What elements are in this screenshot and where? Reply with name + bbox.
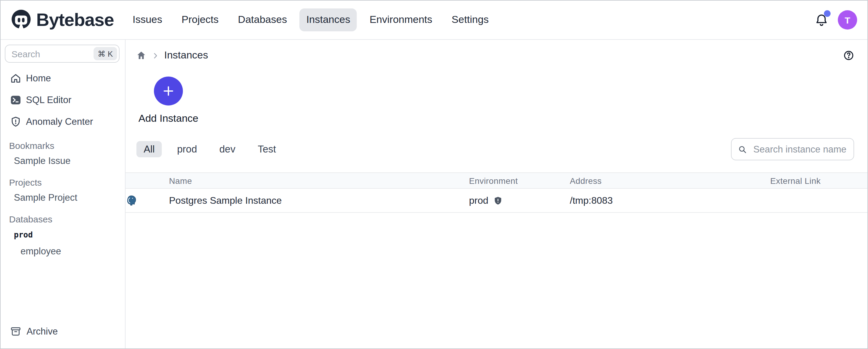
add-instance-label: Add Instance bbox=[138, 113, 198, 125]
chevron-right-icon bbox=[152, 51, 159, 59]
user-avatar[interactable]: T bbox=[838, 10, 857, 30]
breadcrumb-home-icon[interactable] bbox=[136, 50, 147, 61]
topbar-right: T bbox=[814, 10, 867, 30]
sidebar-section-projects: Projects Sample Project bbox=[5, 175, 120, 206]
col-name: Name bbox=[169, 173, 469, 188]
sidebar-item-label: SQL Editor bbox=[26, 95, 71, 105]
engine-cell bbox=[126, 188, 169, 212]
avatar-letter: T bbox=[845, 15, 850, 25]
sidebar-section-databases: Databases prod employee bbox=[5, 212, 120, 260]
filter-tab-dev[interactable]: dev bbox=[212, 141, 243, 157]
sidebar-item-archive[interactable]: Archive bbox=[5, 319, 120, 344]
instances-table: Name Environment Address External Link bbox=[126, 172, 867, 213]
environment-filter-tabs: All prod dev Test bbox=[136, 141, 283, 157]
terminal-icon bbox=[10, 94, 22, 106]
sidebar-item-env-prod[interactable]: prod bbox=[5, 226, 120, 243]
app-window: Bytebase Issues Projects Databases Insta… bbox=[0, 0, 868, 349]
sidebar-search: ⌘ K bbox=[5, 45, 120, 63]
nav-item-instances[interactable]: Instances bbox=[300, 8, 357, 31]
external-link-cell bbox=[770, 188, 867, 212]
col-external-link: External Link bbox=[770, 173, 867, 188]
protected-shield-icon bbox=[493, 196, 503, 205]
sidebar-item-db-employee[interactable]: employee bbox=[5, 243, 120, 260]
environment-name: prod bbox=[469, 195, 488, 206]
instance-name[interactable]: Postgres Sample Instance bbox=[169, 188, 469, 212]
notification-dot bbox=[824, 10, 831, 17]
brand-logo[interactable]: Bytebase bbox=[10, 9, 114, 31]
instance-search-box bbox=[731, 138, 854, 160]
sidebar-section-bookmarks: Bookmarks Sample Issue bbox=[5, 138, 120, 169]
add-instance-block: Add Instance bbox=[140, 76, 197, 125]
archive-icon bbox=[10, 325, 22, 338]
address-cell: /tmp:8083 bbox=[570, 188, 770, 212]
col-address: Address bbox=[570, 173, 770, 188]
top-navigation-bar: Bytebase Issues Projects Databases Insta… bbox=[1, 1, 867, 40]
add-instance-button[interactable] bbox=[154, 76, 183, 105]
section-header: Bookmarks bbox=[5, 138, 120, 152]
environment-cell: prod bbox=[469, 188, 570, 212]
section-header: Projects bbox=[5, 175, 120, 189]
sidebar-item-label: Anomaly Center bbox=[26, 116, 93, 127]
col-engine bbox=[126, 173, 169, 188]
bytebase-mascot-icon bbox=[10, 9, 32, 31]
table-row[interactable]: Postgres Sample Instance prod bbox=[126, 188, 867, 212]
filter-row: All prod dev Test bbox=[136, 138, 854, 160]
postgresql-icon bbox=[126, 195, 137, 206]
section-header: Databases bbox=[5, 212, 120, 226]
breadcrumb-current: Instances bbox=[164, 49, 208, 62]
sidebar-nav-list: Home SQL Editor Anomal bbox=[5, 68, 120, 133]
sidebar: ⌘ K Home SQL Editor bbox=[1, 40, 126, 348]
filter-tab-test[interactable]: Test bbox=[250, 141, 283, 157]
breadcrumb: Instances bbox=[136, 49, 208, 62]
nav-item-projects[interactable]: Projects bbox=[175, 8, 225, 31]
help-button[interactable] bbox=[843, 49, 855, 62]
nav-item-databases[interactable]: Databases bbox=[231, 8, 294, 31]
sidebar-item-label: Home bbox=[26, 73, 51, 84]
sidebar-item-home[interactable]: Home bbox=[5, 68, 120, 89]
col-environment: Environment bbox=[469, 173, 570, 188]
nav-item-settings[interactable]: Settings bbox=[445, 8, 495, 31]
archive-label: Archive bbox=[27, 326, 58, 337]
brand-name: Bytebase bbox=[36, 10, 114, 30]
shield-alert-icon bbox=[10, 116, 22, 128]
filter-tab-prod[interactable]: prod bbox=[170, 141, 204, 157]
sidebar-item-anomaly-center[interactable]: Anomaly Center bbox=[5, 111, 120, 133]
plus-icon bbox=[162, 84, 175, 98]
help-circle-icon bbox=[843, 49, 855, 62]
breadcrumb-row: Instances bbox=[136, 47, 855, 63]
table-header-row: Name Environment Address External Link bbox=[126, 173, 867, 188]
search-icon bbox=[738, 144, 747, 154]
filter-tab-all[interactable]: All bbox=[136, 141, 162, 157]
nav-item-environments[interactable]: Environments bbox=[363, 8, 439, 31]
sidebar-item-sample-issue[interactable]: Sample Issue bbox=[5, 152, 120, 169]
home-icon bbox=[10, 72, 22, 84]
main-nav: Issues Projects Databases Instances Envi… bbox=[126, 8, 495, 31]
notifications-button[interactable] bbox=[814, 13, 829, 27]
sidebar-item-sample-project[interactable]: Sample Project bbox=[5, 189, 120, 206]
instance-search-input[interactable] bbox=[752, 143, 847, 155]
search-shortcut-badge: ⌘ K bbox=[93, 47, 117, 60]
sidebar-item-sql-editor[interactable]: SQL Editor bbox=[5, 89, 120, 111]
main-content: Instances Add Instance bbox=[126, 40, 867, 348]
nav-item-issues[interactable]: Issues bbox=[126, 8, 169, 31]
